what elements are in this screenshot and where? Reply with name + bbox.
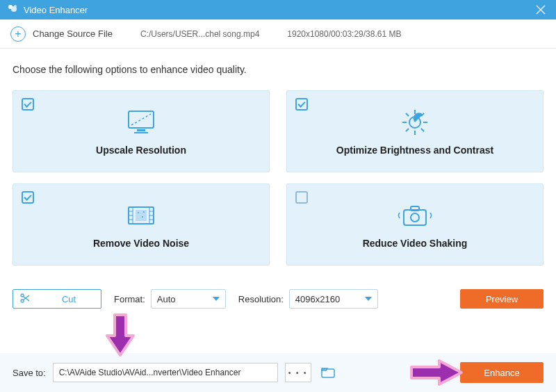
titlebar: Video Enhancer	[0, 0, 556, 19]
format-value: Auto	[157, 294, 176, 304]
option-label: Reduce Video Shaking	[363, 238, 468, 249]
save-path-input[interactable]: C:\AVAide Studio\AVAid...nverter\Video E…	[53, 363, 278, 382]
save-path-value: C:\AVAide Studio\AVAid...nverter\Video E…	[59, 368, 241, 377]
instructions-text: Choose the following options to enhance …	[13, 64, 543, 75]
file-path-display: C:/Users/USER...chel song.mp4	[140, 29, 259, 39]
resolution-label: Resolution:	[238, 294, 284, 304]
upscale-icon	[123, 107, 159, 138]
save-to-label: Save to:	[13, 368, 46, 378]
resolution-value: 4096x2160	[295, 294, 340, 304]
app-icon	[7, 3, 18, 17]
checkbox[interactable]	[295, 191, 308, 204]
svg-line-12	[406, 113, 409, 116]
svg-rect-25	[136, 210, 147, 221]
option-label: Upscale Resolution	[96, 145, 186, 156]
chevron-down-icon	[365, 297, 372, 301]
svg-point-28	[143, 211, 145, 213]
checkbox[interactable]	[22, 98, 34, 111]
svg-rect-3	[129, 111, 154, 128]
plus-icon: +	[10, 26, 26, 42]
app-title: Video Enhancer	[24, 5, 88, 15]
option-label: Optimize Brightness and Contrast	[336, 145, 493, 156]
option-remove-noise[interactable]: Remove Video Noise	[13, 183, 270, 266]
option-upscale-resolution[interactable]: Upscale Resolution	[13, 90, 270, 172]
options-grid: Upscale Resolution Optimize Brightness a…	[13, 90, 543, 266]
cut-button[interactable]: Cut	[13, 289, 101, 309]
close-button[interactable]	[532, 1, 549, 18]
titlebar-left: Video Enhancer	[7, 3, 88, 17]
svg-line-15	[406, 129, 409, 131]
checkbox[interactable]	[22, 191, 34, 204]
svg-rect-6	[134, 132, 148, 133]
scissors-icon	[20, 293, 30, 305]
browse-button[interactable]: • • •	[285, 363, 311, 382]
format-select[interactable]: Auto	[151, 289, 226, 309]
controls-row: Cut Format: Auto Resolution: 4096x2160 P…	[13, 289, 543, 309]
svg-point-33	[21, 300, 24, 302]
option-brightness-contrast[interactable]: Optimize Brightness and Contrast	[286, 90, 543, 172]
resolution-group: Resolution: 4096x2160	[238, 289, 378, 309]
change-source-button[interactable]: + Change Source File	[10, 26, 113, 42]
toolbar: + Change Source File C:/Users/USER...che…	[0, 19, 556, 49]
main-content: Choose the following options to enhance …	[0, 49, 556, 309]
open-folder-button[interactable]	[318, 363, 338, 382]
svg-point-2	[14, 5, 17, 8]
svg-rect-5	[137, 129, 145, 131]
change-source-label: Change Source File	[33, 28, 113, 39]
option-label: Remove Video Noise	[93, 238, 189, 249]
svg-line-13	[421, 129, 424, 131]
film-noise-icon	[123, 200, 159, 231]
cut-label: Cut	[44, 294, 101, 304]
camera-shake-icon	[395, 200, 434, 231]
checkbox[interactable]	[295, 98, 308, 111]
svg-point-32	[21, 294, 24, 297]
chevron-down-icon	[213, 297, 220, 301]
svg-line-4	[131, 114, 151, 125]
svg-point-31	[411, 213, 419, 222]
brightness-icon	[397, 107, 433, 138]
option-reduce-shaking[interactable]: Reduce Video Shaking	[286, 183, 543, 266]
file-info-display: 1920x1080/00:03:29/38.61 MB	[287, 29, 401, 39]
svg-rect-30	[411, 206, 419, 211]
svg-rect-29	[404, 210, 426, 225]
svg-point-26	[138, 212, 139, 213]
format-group: Format: Auto	[114, 289, 226, 309]
preview-button[interactable]: Preview	[460, 289, 543, 309]
svg-point-27	[142, 216, 143, 218]
save-row: Save to: C:\AVAide Studio\AVAid...nverte…	[0, 353, 556, 392]
format-label: Format:	[114, 294, 145, 304]
enhance-button[interactable]: Enhance	[460, 362, 543, 383]
resolution-select[interactable]: 4096x2160	[289, 289, 378, 309]
